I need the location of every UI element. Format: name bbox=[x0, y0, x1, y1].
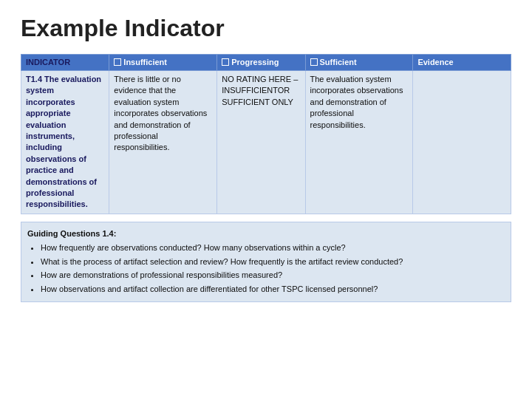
table-row: T1.4 The evaluation system incorporates … bbox=[21, 71, 511, 214]
header-evidence: Evidence bbox=[413, 55, 511, 71]
guiding-list: How frequently are observations conducte… bbox=[27, 242, 505, 295]
checkbox-sufficient bbox=[310, 58, 318, 66]
guiding-list-item: How are demonstrations of professional r… bbox=[41, 269, 505, 282]
header-progressing: Progressing bbox=[217, 55, 305, 71]
cell-sufficient: The evaluation system incorporates obser… bbox=[305, 71, 413, 214]
cell-insufficient: There is little or no evidence that the … bbox=[109, 71, 217, 214]
page-container: Example Indicator INDICATOR Insufficient… bbox=[0, 0, 532, 399]
indicator-table: INDICATOR Insufficient Progressing bbox=[21, 54, 511, 214]
cell-evidence bbox=[413, 71, 511, 214]
guiding-title: Guiding Questions 1.4: bbox=[27, 228, 505, 240]
guiding-list-item: What is the process of artifact selectio… bbox=[41, 256, 505, 268]
header-sufficient: Sufficient bbox=[305, 55, 413, 71]
cell-indicator: T1.4 The evaluation system incorporates … bbox=[21, 71, 109, 214]
cell-progressing: NO RATING HERE – INSUFFICIENTOR SUFFICIE… bbox=[217, 71, 305, 214]
guiding-list-item: How observations and artifact collection… bbox=[41, 283, 505, 296]
checkbox-progressing bbox=[222, 58, 229, 66]
page-title: Example Indicator bbox=[21, 15, 511, 42]
header-indicator: INDICATOR bbox=[21, 55, 109, 71]
checkbox-insufficient bbox=[114, 58, 121, 66]
guiding-questions: Guiding Questions 1.4: How frequently ar… bbox=[21, 222, 511, 303]
guiding-list-item: How frequently are observations conducte… bbox=[41, 242, 505, 254]
header-insufficient: Insufficient bbox=[109, 55, 217, 71]
